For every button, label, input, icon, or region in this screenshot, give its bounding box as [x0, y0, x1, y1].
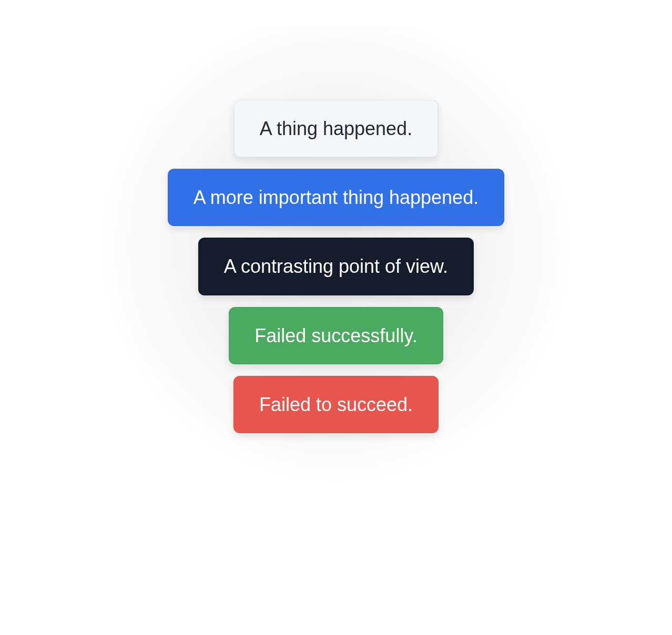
- alert-danger: Failed to succeed.: [233, 376, 439, 433]
- alert-text: Failed to succeed.: [259, 394, 413, 415]
- alert-text: A more important thing happened.: [194, 187, 478, 208]
- alert-primary: A more important thing happened.: [168, 169, 504, 226]
- alert-text: Failed successfully.: [254, 325, 417, 346]
- alert-light: A thing happened.: [234, 100, 438, 157]
- alert-text: A contrasting point of view.: [224, 255, 448, 277]
- alert-text: A thing happened.: [260, 118, 412, 139]
- alert-success: Failed successfully.: [229, 307, 443, 364]
- alert-stack: A thing happened. A more important thing…: [0, 0, 672, 635]
- alert-dark: A contrasting point of view.: [198, 238, 474, 295]
